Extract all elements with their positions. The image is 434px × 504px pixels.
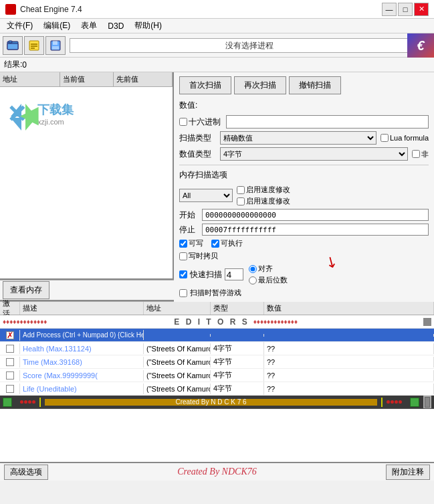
start-input[interactable]: 0000000000000000 [202,209,429,221]
ct-cell-val-0 [264,334,434,337]
view-memory-button[interactable]: 查看内存 [3,281,49,299]
align-radio[interactable] [249,265,257,273]
cr-dots-left [20,400,35,404]
ct-cell-val-4: ?? [264,384,434,394]
save-button[interactable] [45,36,66,55]
add-note-button[interactable]: 附加注释 [386,465,430,480]
ct-cell-desc-4: Life (Uneditable) [20,384,144,394]
ct-cell-active-2 [0,357,20,367]
fast-scan-checkbox[interactable] [179,270,187,278]
lua-label: Lua formula [390,134,429,142]
lua-checkbox[interactable] [381,134,389,142]
col-header-address: 地址 [0,72,60,86]
hex-check-row: 十六进制 [179,116,221,128]
maximize-button[interactable]: □ [398,3,413,16]
stop-input[interactable]: 00007fffffffffff [202,224,429,236]
scan-type-label: 扫描类型 [179,133,216,144]
active-checkbox-4[interactable] [6,385,14,393]
pause-label: 扫描时暂停游戏 [190,288,241,298]
ct-cell-val-1: ?? [264,343,434,354]
app-icon [5,4,16,15]
ct-cell-type-2: 4字节 [211,355,264,368]
menu-file[interactable]: 文件(F) [3,19,37,33]
copy-on-write-check: 写时拷贝 [179,251,218,261]
minimize-button[interactable]: — [382,3,397,16]
menu-table[interactable]: 表单 [77,19,101,33]
ct-cell-desc-0: Add Process (Ctrl + Numpad 0) {Click Her… [20,330,144,340]
result-bar: 结果: 0 [0,58,434,72]
watermark-site: 下载集 [37,102,74,118]
copy-on-write-checkbox[interactable] [179,252,187,260]
value-input[interactable] [226,115,429,129]
mem-options-row: All 启用速度修改 启用速度修改 [179,185,429,206]
toolbar: 没有选择进程 € [0,33,434,58]
speed-mod1-label: 启用速度修改 [246,185,290,195]
ct-cell-desc-3: Score (Max.99999999( [20,370,144,381]
table-row[interactable]: Add Process (Ctrl + Numpad 0) {Click Her… [0,329,434,342]
svg-rect-4 [31,44,37,45]
ct-cell-val-3: ?? [264,370,434,381]
first-scan-button[interactable]: 首次扫描 [179,76,231,94]
last-digit-radio-item: 最后位数 [249,275,288,285]
pause-row: 扫描时暂停游戏 [179,288,429,298]
value-type-select[interactable]: 4字节 [220,147,408,161]
fast-scan-number[interactable] [225,268,243,280]
editor-text: E D I T O R S [174,317,249,327]
last-digit-radio[interactable] [249,276,257,284]
ct-col-header-type: 类型 [211,302,264,315]
cancel-scan-button[interactable]: 撤销扫描 [289,76,341,94]
hex-checkbox[interactable] [179,118,187,126]
speed-mod2-label: 启用速度修改 [246,196,290,206]
svg-rect-6 [31,48,35,49]
active-checkbox-0[interactable] [6,331,14,339]
pause-checkbox[interactable] [179,289,187,297]
table-row[interactable]: Health (Max.131124) ("Streets Of Kamuroc… [0,342,434,355]
stop-label: 停止 [179,224,199,236]
created-by-text: Created By NDCK76 [48,467,386,477]
table-row[interactable]: Time (Max.39168) ("Streets Of Kamuroch 4… [0,355,434,369]
menu-edit[interactable]: 编辑(E) [39,19,74,33]
close-button[interactable]: ✕ [414,3,429,16]
svg-rect-8 [53,41,58,45]
speed-mod2-checkbox[interactable] [237,197,245,205]
editor-diamonds-left: ♦♦♦♦♦♦♦♦♦♦♦♦♦ [3,318,170,325]
executable-checkbox[interactable] [211,240,219,248]
fast-scan-row: 快速扫描 [179,268,243,280]
menu-d3d[interactable]: D3D [104,20,128,32]
menu-help[interactable]: 帮助(H) [130,19,166,33]
last-digit-label: 最后位数 [258,275,288,285]
ct-cell-active-0 [0,330,20,341]
ct-cell-val-2: ?? [264,357,434,367]
open-process-button[interactable] [3,36,23,55]
writable-checkbox[interactable] [179,240,187,248]
mem-all-select[interactable]: All [179,189,233,202]
scrollbar-thumb[interactable] [423,396,431,408]
align-label: 对齐 [258,264,273,274]
ct-cell-type-4: 4字节 [211,382,264,395]
advanced-options-button[interactable]: 高级选项 [4,465,48,480]
table-row[interactable]: Life (Uneditable) ("Streets Of Kamuroch … [0,382,434,396]
not-checkbox[interactable] [412,150,420,158]
active-checkbox-3[interactable] [6,371,14,380]
ct-cell-addr-0 [144,334,211,337]
svg-rect-1 [7,44,18,50]
active-checkbox-2[interactable] [6,358,14,366]
active-checkbox-1[interactable] [6,345,14,353]
table-row[interactable]: Score (Max.99999999( ("Streets Of Kamuro… [0,369,434,382]
speed-mod1-checkbox[interactable] [237,186,245,194]
ct-col-header-active: 激活 [0,302,20,315]
hex-label: 十六进制 [189,116,221,128]
executable-label: 可执行 [221,238,243,248]
scan-type-row: 扫描类型 精确数值 Lua formula [179,131,429,145]
ct-col-header-desc: 描述 [20,302,144,315]
col-header-previous: 先前值 [114,72,173,86]
rescan-button[interactable]: 再次扫描 [234,76,286,94]
process-bar[interactable]: 没有选择进程 [70,38,429,53]
editor-diamonds-right: ♦♦♦♦♦♦♦♦♦♦♦♦♦ [253,318,421,325]
open-file-button[interactable] [24,36,44,55]
ct-cell-addr-2: ("Streets Of Kamuroch [144,357,211,367]
scan-type-select[interactable]: 精确数值 [220,131,376,145]
checks-row: 可写 可执行 [179,238,429,248]
speed-check-1: 启用速度修改 [237,185,290,195]
results-list: 下载集 xzji.com [0,87,173,278]
